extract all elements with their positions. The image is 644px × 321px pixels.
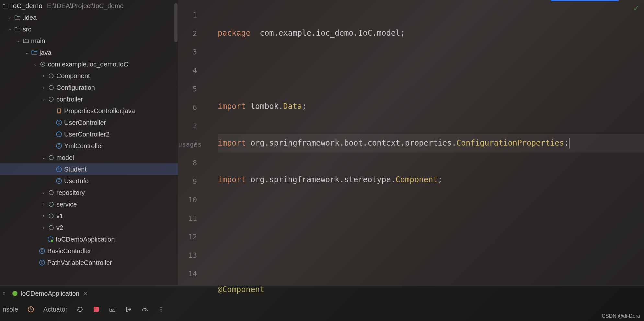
more-icon[interactable]: [157, 306, 165, 313]
chevron-right-icon: ›: [41, 202, 46, 207]
class-icon: C: [56, 119, 62, 126]
tree-pkg-v2[interactable]: ›v2: [0, 222, 178, 233]
active-tab-indicator: [551, 0, 619, 1]
run-tab-ioc-demo[interactable]: IoCDemoApplication ×: [9, 288, 90, 299]
rerun-icon[interactable]: [76, 306, 84, 313]
chevron-down-icon: ⌄: [41, 155, 46, 160]
tree-class-user-info[interactable]: CUserInfo: [0, 175, 178, 187]
project-icon: [3, 3, 8, 9]
package-icon: [48, 84, 54, 91]
folder-icon: [14, 26, 21, 32]
folder-icon: [14, 14, 21, 21]
class-icon: C: [39, 248, 45, 254]
svg-point-32: [161, 307, 162, 308]
exit-icon[interactable]: [125, 306, 132, 313]
close-tab-icon[interactable]: ×: [83, 290, 87, 297]
svg-rect-30: [110, 308, 115, 312]
svg-text:C: C: [58, 179, 60, 183]
package-icon: [48, 73, 54, 79]
svg-text:C: C: [41, 261, 43, 264]
tree-class-student[interactable]: CStudent: [0, 163, 178, 175]
chevron-down-icon: ⌄: [25, 50, 29, 55]
folder-icon: [23, 38, 29, 44]
project-header[interactable]: IoC_demo E:\IDEA\Project\IoC_demo: [0, 0, 178, 12]
package-icon: [48, 213, 54, 219]
package-icon: [48, 201, 54, 208]
tree-class-user-controller2[interactable]: CUserController2: [0, 128, 178, 140]
tree-package-root[interactable]: ⌄com.example.ioc_demo.IoC: [0, 58, 178, 70]
sidebar-scrollbar[interactable]: [174, 3, 178, 282]
tree-pkg-model[interactable]: ⌄model: [0, 152, 178, 163]
class-icon: C: [56, 178, 62, 184]
tree-pkg-service[interactable]: ›service: [0, 198, 178, 210]
tree-file-properties-controller[interactable]: PropertiesController.java: [0, 105, 178, 117]
tree-class-path-var-controller[interactable]: CPathVariableController: [0, 257, 178, 268]
chevron-right-icon: ›: [41, 74, 46, 78]
tree-pkg-component[interactable]: ›Component: [0, 70, 178, 82]
svg-point-18: [49, 190, 53, 195]
class-icon: C: [56, 166, 62, 172]
code-area[interactable]: package com.example.ioc_demo.IoC.model; …: [201, 0, 644, 285]
svg-text:C: C: [58, 132, 60, 136]
svg-point-33: [161, 309, 162, 310]
spring-app-icon: [47, 236, 54, 243]
spring-run-icon: [12, 291, 18, 296]
tree-class-user-controller[interactable]: CUserController: [0, 117, 178, 128]
java-file-icon: [56, 108, 62, 114]
tree-pkg-v1[interactable]: ›v1: [0, 210, 178, 222]
svg-point-13: [49, 155, 53, 160]
svg-point-3: [42, 64, 44, 65]
source-folder-icon: [31, 49, 38, 56]
class-icon: C: [39, 259, 45, 266]
chevron-right-icon: ›: [41, 225, 46, 230]
package-icon: [48, 224, 54, 231]
stop-icon[interactable]: [93, 306, 100, 313]
svg-point-19: [49, 202, 53, 207]
class-icon: C: [56, 131, 62, 137]
tree-pkg-repository[interactable]: ›repository: [0, 187, 178, 198]
tree-pkg-configuration[interactable]: ›Configuration: [0, 82, 178, 93]
tree-folder-src[interactable]: ⌄src: [0, 23, 178, 35]
tree-folder-java[interactable]: ⌄java: [0, 47, 178, 58]
console-tab[interactable]: nsole: [3, 306, 18, 313]
package-icon: [48, 154, 54, 161]
package-icon: [48, 96, 54, 102]
chevron-down-icon: ⌄: [8, 27, 12, 31]
project-sidebar: IoC_demo E:\IDEA\Project\IoC_demo ›.idea…: [0, 0, 178, 285]
chevron-down-icon: ⌄: [41, 97, 46, 101]
run-config-truncated: n: [3, 291, 6, 296]
tree-folder-main[interactable]: ⌄main: [0, 35, 178, 47]
project-tree: ›.idea ⌄src ⌄main ⌄java ⌄com.example.ioc…: [0, 12, 178, 268]
package-icon: [40, 61, 46, 67]
svg-point-34: [161, 311, 162, 312]
watermark: CSDN @di-Dora: [602, 313, 640, 319]
chevron-right-icon: ›: [41, 214, 46, 218]
actuator-icon: [27, 306, 34, 313]
svg-point-4: [49, 74, 53, 78]
screenshot-icon[interactable]: [109, 306, 116, 313]
profiler-icon[interactable]: [141, 306, 148, 313]
project-name: IoC_demo: [11, 2, 42, 10]
package-icon: [48, 189, 54, 196]
chevron-right-icon: ›: [41, 85, 46, 90]
svg-point-28: [12, 291, 17, 296]
svg-point-20: [49, 214, 53, 218]
actuator-tab[interactable]: Actuator: [43, 306, 67, 313]
gutter: 1 2 3 4 5 6 2 usages 7 8 9 10 11 12 13 1…: [178, 0, 201, 285]
svg-point-5: [49, 85, 53, 90]
tree-folder-idea[interactable]: ›.idea: [0, 12, 178, 23]
tree-class-basic-controller[interactable]: CBasicController: [0, 245, 178, 257]
tree-class-ioc-demo-app[interactable]: IoCDemoApplication: [0, 233, 178, 245]
tree-pkg-controller[interactable]: ⌄controller: [0, 93, 178, 105]
usages-hint[interactable]: 2 usages: [178, 117, 201, 135]
svg-point-23: [51, 240, 53, 242]
svg-text:C: C: [41, 249, 43, 253]
svg-point-31: [112, 309, 114, 311]
svg-rect-1: [3, 4, 5, 5]
project-path: E:\IDEA\Project\IoC_demo: [47, 2, 124, 10]
tree-class-yml-controller[interactable]: CYmlController: [0, 140, 178, 152]
caret: [569, 138, 569, 149]
class-icon: C: [56, 143, 62, 149]
chevron-down-icon: ⌄: [33, 62, 38, 66]
code-editor[interactable]: 1 2 3 4 5 6 2 usages 7 8 9 10 11 12 13 1…: [178, 0, 644, 285]
